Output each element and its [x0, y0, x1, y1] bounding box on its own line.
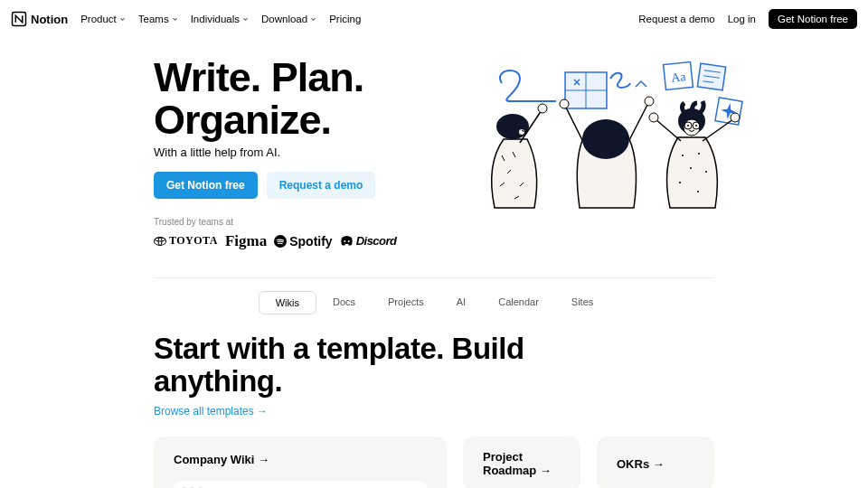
template-card-okrs[interactable]: OKRs →: [597, 436, 714, 488]
tab-projects[interactable]: Projects: [372, 291, 440, 314]
tab-sites[interactable]: Sites: [555, 291, 609, 314]
hero-get-notion-button[interactable]: Get Notion free: [154, 172, 258, 199]
figma-logo: Figma: [225, 232, 267, 250]
window-dots-icon: [174, 481, 427, 488]
svg-point-5: [344, 240, 345, 242]
spotify-icon: [274, 235, 287, 248]
chevron-down-icon: [119, 16, 126, 23]
discord-icon: [340, 236, 354, 246]
svg-point-22: [582, 119, 629, 159]
svg-point-20: [560, 99, 569, 108]
login-link[interactable]: Log in: [728, 14, 756, 24]
chevron-down-icon: [172, 16, 178, 23]
spotify-logo: Spotify: [274, 234, 332, 249]
hero-buttons: Get Notion free Request a demo: [154, 172, 397, 199]
svg-point-31: [682, 155, 684, 156]
chevron-down-icon: [310, 16, 316, 23]
tab-docs[interactable]: Docs: [316, 291, 372, 314]
discord-logo: Discord: [340, 234, 397, 248]
divider: [154, 277, 714, 278]
toyota-logo: TOYOTA: [154, 234, 218, 248]
hero-heading: Write. Plan. Organize.: [154, 56, 397, 142]
get-notion-free-button[interactable]: Get Notion free: [769, 9, 857, 29]
hero-demo-button[interactable]: Request a demo: [267, 172, 376, 199]
toyota-oval-icon: [154, 237, 166, 246]
trust-logos: TOYOTA Figma Spotify Discord: [154, 232, 397, 250]
svg-point-35: [679, 182, 681, 183]
notion-logo-icon: [11, 11, 27, 27]
brand-name: Notion: [31, 13, 68, 26]
nav-teams[interactable]: Teams: [138, 14, 178, 24]
svg-point-3: [155, 238, 165, 241]
hero-section: Write. Plan. Organize. With a little hel…: [154, 56, 714, 250]
svg-point-29: [649, 113, 658, 122]
svg-point-30: [731, 113, 740, 122]
svg-point-33: [690, 167, 692, 169]
mini-column-1: Project Roadmap → Meeting Notes →: [463, 436, 580, 488]
svg-point-6: [347, 240, 349, 242]
templates-grid: Company Wiki →: [154, 436, 714, 488]
svg-point-34: [705, 171, 707, 173]
hero-subtitle: With a little help from AI.: [154, 145, 397, 159]
svg-point-28: [695, 125, 697, 127]
card-title: Company Wiki →: [174, 453, 427, 466]
chevron-down-icon: [242, 16, 249, 23]
svg-point-32: [698, 153, 700, 155]
nav-right: Request a demo Log in Get Notion free: [638, 9, 857, 29]
templates-heading: Start with a template. Build anything.: [154, 333, 714, 399]
template-preview: Company wiki: [174, 481, 427, 488]
template-card-company-wiki[interactable]: Company Wiki →: [154, 436, 447, 488]
hero-text: Write. Plan. Organize. With a little hel…: [154, 56, 397, 250]
top-nav: Notion Product Teams Individuals Downloa…: [0, 0, 868, 38]
nav-download[interactable]: Download: [261, 14, 316, 24]
browse-templates-link[interactable]: Browse all templates →: [154, 405, 268, 418]
svg-point-19: [538, 104, 547, 113]
tab-calendar[interactable]: Calendar: [482, 291, 555, 314]
svg-point-36: [697, 191, 699, 192]
trusted-by-label: Trusted by teams at: [154, 217, 397, 227]
hero-illustration: Aa: [475, 56, 750, 214]
svg-point-27: [687, 125, 689, 127]
logo[interactable]: Notion: [11, 11, 68, 27]
svg-text:Aa: Aa: [670, 70, 687, 85]
nav-left: Notion Product Teams Individuals Downloa…: [11, 11, 361, 27]
svg-point-21: [645, 97, 654, 106]
mini-column-2: OKRs → Vacation Planner →: [597, 436, 714, 488]
nav-pricing[interactable]: Pricing: [329, 14, 361, 24]
templates-section: Start with a template. Build anything. B…: [154, 333, 714, 489]
tab-ai[interactable]: AI: [440, 291, 482, 314]
nav-individuals[interactable]: Individuals: [191, 14, 249, 24]
template-card-project-roadmap[interactable]: Project Roadmap →: [463, 436, 580, 488]
tabs: Wikis Docs Projects AI Calendar Sites: [154, 291, 714, 314]
tab-wikis[interactable]: Wikis: [259, 291, 316, 314]
request-demo-link[interactable]: Request a demo: [638, 14, 714, 24]
nav-product[interactable]: Product: [80, 14, 126, 24]
